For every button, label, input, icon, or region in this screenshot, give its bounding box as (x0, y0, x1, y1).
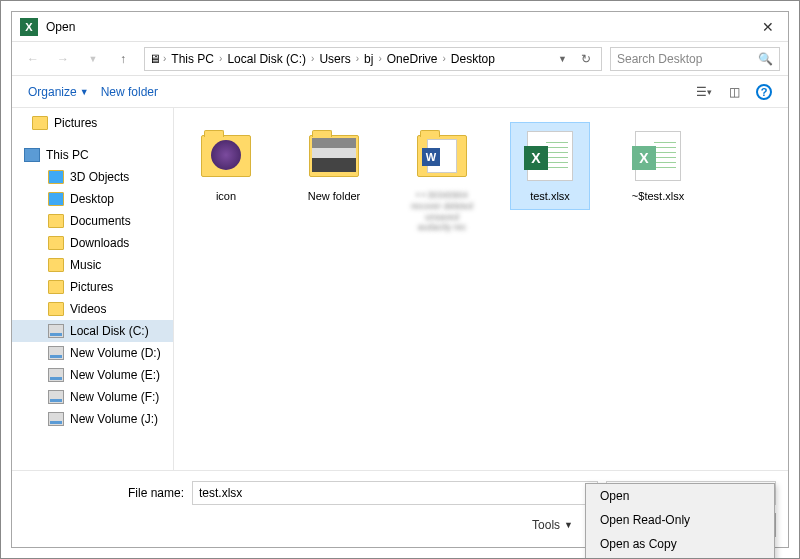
menu-open-as-copy[interactable]: Open as Copy (586, 532, 774, 556)
file-item-icon-folder[interactable]: icon (186, 122, 266, 210)
pc-icon (24, 148, 40, 162)
tree-videos[interactable]: Videos (12, 298, 173, 320)
up-button[interactable]: ↑ (110, 46, 136, 72)
word-doc-icon (427, 139, 457, 173)
file-item-new-folder[interactable]: New folder (294, 122, 374, 210)
drive-icon (48, 346, 64, 360)
view-options-button[interactable]: ☰ ▾ (690, 80, 718, 104)
filename-input[interactable]: test.xlsx ▼ (192, 481, 598, 505)
tree-volume-f[interactable]: New Volume (F:) (12, 386, 173, 408)
new-folder-button[interactable]: New folder (95, 81, 164, 103)
tree-3d-objects[interactable]: 3D Objects (12, 166, 173, 188)
breadcrumb-dropdown-icon[interactable]: ▼ (552, 54, 573, 64)
menu-open-readonly[interactable]: Open Read-Only (586, 508, 774, 532)
breadcrumb[interactable]: 🖥 › This PC › Local Disk (C:) › Users › … (144, 47, 602, 71)
folder-icon (309, 135, 359, 177)
tree-music[interactable]: Music (12, 254, 173, 276)
tree-documents[interactable]: Documents (12, 210, 173, 232)
chevron-right-icon: › (219, 53, 222, 64)
file-item-word-doc[interactable]: • • 30340904 recover deleted unsaved aud… (402, 122, 482, 239)
chevron-down-icon: ▼ (80, 87, 89, 97)
tools-button[interactable]: Tools▼ (532, 518, 573, 532)
tree-downloads[interactable]: Downloads (12, 232, 173, 254)
documents-icon (48, 214, 64, 228)
tree-desktop[interactable]: Desktop (12, 188, 173, 210)
excel-icon: X (20, 18, 38, 36)
recent-dropdown-icon[interactable]: ▼ (80, 46, 106, 72)
search-input[interactable]: Search Desktop 🔍 (610, 47, 780, 71)
chevron-right-icon: › (163, 53, 166, 64)
folder-icon (32, 116, 48, 130)
back-button[interactable]: ← (20, 46, 46, 72)
toolbar: Organize▼ New folder ☰ ▾ ◫ ? (12, 76, 788, 108)
nav-bar: ← → ▼ ↑ 🖥 › This PC › Local Disk (C:) › … (12, 42, 788, 76)
music-icon (48, 258, 64, 272)
desktop-icon (48, 192, 64, 206)
open-dialog: X Open ✕ ← → ▼ ↑ 🖥 › This PC › Local Dis… (11, 11, 789, 548)
tree-volume-j[interactable]: New Volume (J:) (12, 408, 173, 430)
filename-label: File name: (24, 486, 184, 500)
downloads-icon (48, 236, 64, 250)
help-button[interactable]: ? (750, 80, 778, 104)
chevron-right-icon: › (378, 53, 381, 64)
tree-pictures-quick[interactable]: Pictures (12, 112, 173, 134)
pictures-icon (48, 280, 64, 294)
folder-icon (417, 135, 467, 177)
menu-open[interactable]: Open (586, 484, 774, 508)
bc-desktop[interactable]: Desktop (448, 52, 498, 66)
file-item-temp-xlsx[interactable]: ~$test.xlsx (618, 122, 698, 210)
tree-volume-e[interactable]: New Volume (E:) (12, 364, 173, 386)
open-dropdown-menu: Open Open Read-Only Open as Copy Open in… (585, 483, 775, 559)
drive-icon (48, 324, 64, 338)
chevron-right-icon: › (442, 53, 445, 64)
tree-this-pc[interactable]: This PC (12, 144, 173, 166)
bc-this-pc[interactable]: This PC (168, 52, 217, 66)
tree-volume-d[interactable]: New Volume (D:) (12, 342, 173, 364)
close-button[interactable]: ✕ (756, 19, 780, 35)
dialog-body: Pictures This PC 3D Objects Desktop Docu… (12, 108, 788, 470)
window-title: Open (46, 20, 756, 34)
bc-localdisk[interactable]: Local Disk (C:) (224, 52, 309, 66)
search-placeholder: Search Desktop (617, 52, 702, 66)
videos-icon (48, 302, 64, 316)
drive-icon (48, 390, 64, 404)
title-bar: X Open ✕ (12, 12, 788, 42)
file-item-test-xlsx[interactable]: test.xlsx (510, 122, 590, 210)
refresh-button[interactable]: ↻ (575, 52, 597, 66)
bc-users[interactable]: Users (316, 52, 353, 66)
file-list[interactable]: icon New folder • • 30340904 recover del… (174, 108, 788, 470)
excel-file-icon (635, 131, 681, 181)
bc-bj[interactable]: bj (361, 52, 376, 66)
search-icon: 🔍 (758, 52, 773, 66)
preview-pane-button[interactable]: ◫ (720, 80, 748, 104)
nav-tree[interactable]: Pictures This PC 3D Objects Desktop Docu… (12, 108, 174, 470)
pc-icon: 🖥 (149, 52, 161, 66)
excel-file-icon (527, 131, 573, 181)
drive-icon (48, 412, 64, 426)
tree-local-disk-c[interactable]: Local Disk (C:) (12, 320, 173, 342)
bc-onedrive[interactable]: OneDrive (384, 52, 441, 66)
folder-icon (201, 135, 251, 177)
chevron-right-icon: › (311, 53, 314, 64)
chevron-right-icon: › (356, 53, 359, 64)
tree-pictures[interactable]: Pictures (12, 276, 173, 298)
drive-icon (48, 368, 64, 382)
3dobjects-icon (48, 170, 64, 184)
organize-button[interactable]: Organize▼ (22, 81, 95, 103)
chevron-down-icon: ▼ (564, 520, 573, 530)
forward-button[interactable]: → (50, 46, 76, 72)
